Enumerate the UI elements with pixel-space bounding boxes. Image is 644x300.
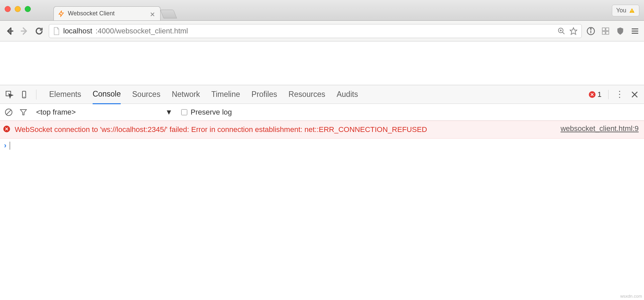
console-message-source[interactable]: websocket_client.html:9 (560, 124, 639, 133)
close-icon[interactable] (150, 11, 155, 16)
console-message-error[interactable]: ✕ WebSocket connection to 'ws://localhos… (0, 121, 644, 139)
back-button[interactable] (5, 26, 15, 36)
profile-label: You (616, 7, 626, 14)
preserve-log-checkbox[interactable] (181, 109, 187, 115)
zoom-icon[interactable] (557, 27, 565, 35)
console-toolbar: <top frame> ▼ Preserve log (0, 104, 644, 121)
shield-icon[interactable] (616, 27, 625, 35)
svg-marker-10 (570, 28, 577, 34)
svg-line-7 (562, 32, 564, 34)
devtools-panel: Elements Console Sources Network Timelin… (0, 85, 644, 153)
error-count-badge[interactable]: ✕ 1 (589, 90, 602, 99)
tab-title: Websocket Client (68, 10, 115, 17)
window-maximize-button[interactable] (25, 6, 31, 12)
devtools-menu-icon[interactable]: ⋮ (615, 89, 624, 100)
tab-console[interactable]: Console (93, 85, 121, 104)
reload-button[interactable] (34, 26, 44, 36)
devtools-tab-bar: Elements Console Sources Network Timelin… (0, 85, 644, 104)
omnibox-right-icons (557, 27, 577, 35)
browser-titlebar: Websocket Client You (0, 0, 644, 21)
tab-resources[interactable]: Resources (289, 85, 325, 104)
filter-icon[interactable] (19, 108, 27, 116)
tab-elements[interactable]: Elements (49, 85, 81, 104)
page-content (0, 41, 644, 85)
extension-icon[interactable] (601, 27, 610, 35)
chevron-down-icon: ▼ (165, 108, 173, 117)
forward-button[interactable] (19, 26, 29, 36)
window-minimize-button[interactable] (15, 6, 21, 12)
svg-marker-28 (20, 110, 26, 115)
tab-strip: Websocket Client (53, 0, 175, 20)
close-icon[interactable] (631, 91, 639, 99)
device-icon[interactable] (20, 91, 28, 99)
svg-rect-3 (632, 12, 632, 12)
console-input[interactable]: › (0, 139, 644, 153)
tab-sources[interactable]: Sources (132, 85, 160, 104)
tab-timeline[interactable]: Timeline (211, 85, 240, 104)
bookmark-star-icon[interactable] (569, 27, 577, 35)
svg-rect-16 (602, 31, 605, 34)
divider (608, 90, 609, 99)
svg-rect-2 (632, 10, 632, 11)
lightning-icon (58, 10, 65, 17)
console-output: ✕ WebSocket connection to 'ws://localhos… (0, 121, 644, 153)
url-host: localhost (63, 27, 92, 35)
frame-selector-value: <top frame> (36, 108, 76, 117)
prompt-icon: › (4, 141, 6, 150)
divider (36, 90, 36, 100)
tab-network[interactable]: Network (172, 85, 200, 104)
error-icon: ✕ (589, 91, 596, 98)
window-controls (5, 6, 31, 12)
preserve-log-toggle[interactable]: Preserve log (181, 108, 232, 117)
svg-point-13 (591, 28, 592, 29)
svg-rect-17 (606, 31, 609, 34)
window-close-button[interactable] (5, 6, 11, 12)
console-message-text: WebSocket connection to 'ws://localhost:… (15, 124, 546, 135)
svg-rect-15 (606, 28, 609, 31)
tab-audits[interactable]: Audits (337, 85, 358, 104)
new-tab-button[interactable] (160, 10, 177, 18)
extension-icons (586, 27, 639, 35)
error-icon: ✕ (3, 126, 10, 132)
svg-rect-14 (602, 28, 605, 31)
profile-button[interactable]: You (612, 5, 639, 16)
frame-selector[interactable]: <top frame> ▼ (34, 108, 175, 117)
preserve-log-label: Preserve log (191, 108, 232, 117)
error-count: 1 (598, 90, 602, 99)
address-bar[interactable]: localhost:4000/websocket_client.html (49, 24, 582, 38)
svg-line-27 (6, 110, 11, 115)
browser-tab[interactable]: Websocket Client (53, 6, 160, 20)
clear-console-icon[interactable] (5, 108, 13, 116)
warning-icon (629, 8, 635, 14)
browser-toolbar: localhost:4000/websocket_client.html (0, 21, 644, 41)
tab-profiles[interactable]: Profiles (251, 85, 277, 104)
page-icon (53, 27, 60, 35)
url-path: :4000/websocket_client.html (96, 27, 188, 35)
watermark: wsxdn.com (620, 294, 642, 299)
menu-icon[interactable] (631, 27, 639, 35)
text-cursor (10, 142, 10, 150)
inspect-icon[interactable] (5, 91, 13, 99)
info-icon[interactable] (586, 27, 595, 35)
